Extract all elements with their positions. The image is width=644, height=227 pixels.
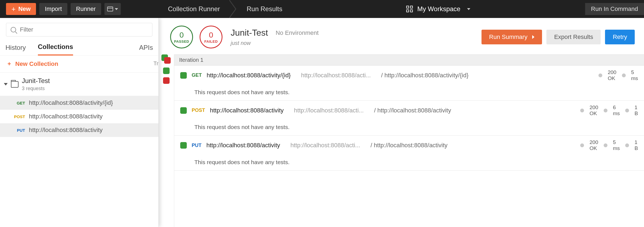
iteration-chip-fail[interactable] [163, 77, 170, 84]
topbar: + New Import Runner Collection Runner Ru… [0, 0, 644, 18]
time-metric: 5ms [631, 69, 638, 81]
result-metrics: 200OK5ms1B [580, 139, 638, 151]
filter-input[interactable] [20, 26, 148, 33]
method-label: POST [11, 114, 25, 119]
iteration-chip-pass[interactable] [163, 68, 170, 74]
breadcrumb-run-results[interactable]: Run Results [237, 0, 292, 18]
runner-panel: 0 PASSED 0 FAILED Junit-Test No Environm… [159, 18, 644, 227]
retry-button[interactable]: Retry [605, 30, 635, 44]
run-summary-label: Run Summary [489, 33, 528, 41]
result-url-truncated: http://localhost:8088/acti... [301, 72, 371, 79]
result-row[interactable]: GEThttp://localhost:8088/activity/{id}ht… [174, 66, 644, 101]
failed-count: 0 [209, 31, 213, 39]
workspace-grid-icon [406, 6, 413, 12]
run-in-command-button[interactable]: Run In Command [585, 3, 644, 15]
retry-label: Retry [613, 33, 627, 41]
method-label: PUT [11, 128, 25, 133]
result-path: / http://localhost:8088/activity [371, 142, 448, 149]
status-dot-icon [580, 143, 584, 147]
export-results-label: Export Results [554, 33, 593, 41]
export-results-button[interactable]: Export Results [546, 30, 601, 44]
sidebar-request-item[interactable]: POSThttp://localhost:8088/activity [0, 110, 158, 123]
result-url: http://localhost:8088/activity [206, 142, 280, 149]
search-icon [11, 27, 16, 32]
no-tests-message: This request does not have any tests. [174, 155, 644, 170]
collection-name: Junit-Test [22, 77, 50, 85]
collection-subtitle: 3 requests [22, 86, 50, 91]
passed-label: PASSED [174, 39, 189, 44]
new-tab-button[interactable] [104, 3, 121, 15]
request-url: http://localhost:8088/activity [29, 127, 103, 134]
sidebar-request-item[interactable]: GEThttp://localhost:8088/activity/{id} [0, 96, 158, 110]
workspace-selector[interactable]: My Workspace [292, 0, 585, 18]
result-url-truncated: http://localhost:8088/acti... [294, 107, 364, 114]
size-metric: 1B [634, 105, 638, 116]
status-metric: 200OK [608, 69, 616, 81]
time-metric: 6ms [613, 105, 620, 116]
status-dot-icon [580, 109, 584, 112]
status-metric: 200OK [589, 139, 598, 151]
breadcrumb-separator-icon [229, 0, 237, 18]
method-label: GET [11, 101, 25, 105]
arrow-right-icon [532, 35, 534, 39]
new-collection-button[interactable]: + New Collection [0, 56, 158, 72]
request-url: http://localhost:8088/activity [29, 113, 103, 120]
runner-button-label: Runner [76, 5, 96, 13]
sidebar-request-item[interactable]: PUThttp://localhost:8088/activity [0, 123, 158, 137]
iteration-strip [159, 54, 174, 227]
import-button[interactable]: Import [39, 3, 67, 15]
status-square-icon [180, 72, 187, 79]
tab-icon [107, 7, 113, 11]
tab-apis[interactable]: APIs [139, 44, 153, 55]
result-row[interactable]: POSThttp://localhost:8088/activityhttp:/… [174, 101, 644, 136]
filter-input-wrapper[interactable] [6, 23, 152, 36]
run-summary-button[interactable]: Run Summary [482, 30, 542, 44]
result-url: http://localhost:8088/activity [210, 107, 284, 114]
chevron-down-icon [115, 8, 118, 10]
run-title: Junit-Test [231, 28, 268, 38]
result-path: / http://localhost:8088/activity [374, 107, 451, 114]
method-label: GET [192, 72, 202, 78]
runner-header: 0 PASSED 0 FAILED Junit-Test No Environm… [159, 18, 644, 54]
run-timestamp: just now [231, 40, 319, 46]
collection-header[interactable]: Junit-Test 3 requests [0, 75, 158, 93]
plus-icon: + [11, 5, 16, 13]
status-dot-icon [598, 73, 602, 77]
result-url: http://localhost:8088/activity/{id} [207, 72, 291, 79]
result-path: / http://localhost:8088/activity/{id} [381, 72, 468, 79]
status-dot-icon [625, 143, 629, 147]
status-dot-icon [625, 109, 629, 112]
chevron-down-icon [467, 8, 470, 10]
passed-count: 0 [179, 31, 184, 39]
status-metric: 200OK [589, 105, 598, 116]
passed-count-ring: 0 PASSED [170, 26, 193, 48]
run-environment: No Environment [276, 29, 319, 36]
result-metrics: 200OK6ms1B [580, 105, 638, 116]
method-label: PUT [192, 143, 201, 148]
folder-icon [11, 81, 19, 88]
new-button[interactable]: + New [6, 3, 36, 15]
failed-label: FAILED [204, 39, 218, 44]
new-collection-label: New Collection [15, 60, 58, 68]
tab-collections[interactable]: Collections [38, 43, 73, 56]
status-dot-icon [604, 109, 607, 112]
method-label: POST [192, 108, 205, 113]
result-metrics: 200OK5ms [598, 69, 638, 81]
new-button-label: New [18, 5, 31, 13]
plus-icon: + [7, 60, 11, 68]
breadcrumb-collection-runner[interactable]: Collection Runner [159, 0, 229, 18]
tab-history[interactable]: History [5, 44, 26, 55]
failed-count-ring: 0 FAILED [200, 26, 222, 48]
status-dot-icon [604, 143, 607, 147]
runner-button[interactable]: Runner [71, 3, 101, 15]
no-tests-message: This request does not have any tests. [174, 85, 644, 100]
sidebar: History Collections APIs + New Collectio… [0, 18, 159, 227]
iteration-stack-icon[interactable] [161, 54, 171, 64]
workspace-label: My Workspace [417, 5, 460, 13]
no-tests-message: This request does not have any tests. [174, 120, 644, 135]
filter-container [0, 18, 158, 40]
result-row[interactable]: PUThttp://localhost:8088/activityhttp://… [174, 136, 644, 171]
request-list: GEThttp://localhost:8088/activity/{id}PO… [0, 96, 158, 137]
size-metric: 1B [634, 139, 638, 151]
topbar-left-group: + New Import Runner [0, 0, 159, 18]
